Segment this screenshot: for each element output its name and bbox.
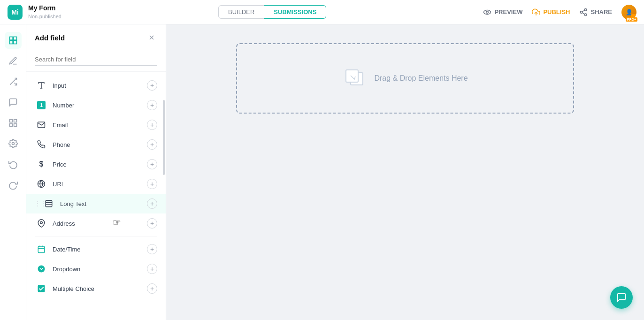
search-input[interactable]: [35, 56, 157, 63]
svg-point-18: [12, 143, 14, 145]
field-item-price[interactable]: $ Price +: [26, 154, 166, 174]
share-action[interactable]: SHARE: [579, 8, 612, 16]
datetime-type-icon: [35, 245, 48, 253]
sidebar-item-layers[interactable]: [5, 32, 22, 49]
add-phone-button[interactable]: +: [147, 139, 157, 150]
field-label-phone: Phone: [53, 141, 147, 148]
pin-icon: [37, 219, 46, 228]
publish-action[interactable]: PUBLISH: [532, 8, 570, 16]
layers-icon: [8, 36, 18, 45]
sidebar-item-settings[interactable]: [5, 135, 22, 152]
close-icon: [148, 34, 155, 41]
number-type-icon: 1: [35, 101, 48, 109]
dropdown-type-icon: [35, 265, 48, 273]
svg-point-29: [40, 221, 43, 224]
sidebar-item-redo[interactable]: [5, 176, 22, 193]
price-type-icon: $: [35, 160, 48, 168]
add-multichoice-button[interactable]: +: [147, 283, 157, 294]
sidebar-item-shuffle[interactable]: [5, 73, 22, 90]
svg-rect-37: [346, 70, 358, 82]
field-item-number[interactable]: 1 Number +: [26, 95, 166, 115]
field-item-dropdown[interactable]: Dropdown +: [26, 259, 166, 279]
calendar-icon: [37, 245, 46, 253]
svg-line-6: [583, 13, 585, 14]
preview-action[interactable]: PREVIEW: [483, 8, 522, 16]
pro-badge: PRO+: [626, 17, 637, 22]
field-label-email: Email: [53, 122, 147, 129]
svg-rect-15: [14, 120, 16, 122]
sidebar-item-chat[interactable]: [5, 94, 22, 111]
topbar: Mi My Form Non-published BUILDER SUBMISS…: [0, 0, 644, 24]
add-dropdown-button[interactable]: +: [147, 264, 157, 274]
svg-point-0: [484, 10, 491, 14]
checkbox-icon: [37, 284, 46, 293]
drag-handle-longtext[interactable]: ⋮⋮: [35, 200, 40, 207]
svg-line-7: [583, 10, 585, 11]
field-item-address[interactable]: Address +: [26, 213, 166, 233]
add-input-button[interactable]: +: [147, 80, 157, 91]
field-label-dropdown: Dropdown: [53, 266, 147, 273]
sidebar-item-undo[interactable]: [5, 156, 22, 173]
search-area: [26, 49, 166, 72]
redo-icon: [8, 180, 18, 190]
tab-submissions[interactable]: SUBMISSIONS: [264, 5, 326, 19]
phone-icon: [37, 140, 46, 149]
field-label-longtext: Long Text: [60, 200, 147, 207]
field-label-url: URL: [53, 181, 147, 188]
preview-label: PREVIEW: [494, 8, 522, 15]
field-label-number: Number: [53, 102, 147, 109]
add-email-button[interactable]: +: [147, 120, 157, 130]
chat-button[interactable]: [610, 286, 633, 309]
svg-rect-35: [38, 285, 45, 292]
add-datetime-button[interactable]: +: [147, 244, 157, 254]
svg-rect-14: [9, 120, 12, 122]
search-underline: [35, 65, 157, 66]
field-item-multichoice[interactable]: Multiple Choice +: [26, 279, 166, 298]
email-type-icon: [35, 121, 48, 129]
input-type-icon: [35, 81, 48, 90]
form-title-area: My Form Non-published: [28, 4, 61, 20]
field-list: Input + 1 Number + Email +: [26, 72, 166, 320]
tab-builder[interactable]: BUILDER: [218, 5, 264, 19]
add-price-button[interactable]: +: [147, 159, 157, 169]
eye-icon: [483, 8, 491, 16]
share-icon: [579, 8, 588, 16]
drop-zone[interactable]: Drag & Drop Elements Here: [236, 43, 574, 114]
field-item-datetime[interactable]: Date/Time +: [26, 239, 166, 259]
svg-rect-8: [9, 37, 13, 40]
close-panel-button[interactable]: [146, 32, 157, 43]
add-address-button[interactable]: +: [147, 218, 157, 229]
email-icon: [37, 121, 46, 129]
svg-point-3: [585, 8, 587, 11]
share-label: SHARE: [590, 8, 612, 15]
field-item-input[interactable]: Input +: [26, 76, 166, 95]
field-item-phone[interactable]: Phone +: [26, 135, 166, 154]
drop-text: Drag & Drop Elements Here: [374, 74, 468, 83]
svg-rect-17: [14, 124, 16, 127]
field-label-price: Price: [53, 161, 147, 168]
panel-title: Add field: [35, 34, 65, 42]
panel-header: Add field: [26, 24, 166, 49]
scrollbar[interactable]: [163, 100, 165, 175]
drop-zone-icon: [342, 66, 367, 91]
field-label-datetime: Date/Time: [53, 246, 147, 253]
field-item-url[interactable]: URL +: [26, 174, 166, 194]
sidebar-item-grid[interactable]: [5, 114, 22, 131]
svg-rect-9: [13, 37, 16, 40]
svg-point-1: [486, 11, 489, 13]
add-field-panel: Add field Input + 1 Numb: [26, 24, 166, 320]
svg-rect-11: [13, 41, 16, 44]
field-item-longtext[interactable]: ⋮⋮ Long Text +: [26, 194, 166, 213]
add-longtext-button[interactable]: +: [147, 198, 157, 209]
grid-icon: [8, 118, 18, 128]
icon-sidebar: [0, 24, 26, 320]
settings-icon: [8, 139, 18, 148]
topbar-actions: PREVIEW PUBLISH SHARE 👤 PRO+: [483, 5, 636, 20]
globe-icon: [37, 180, 46, 188]
add-number-button[interactable]: +: [147, 100, 157, 110]
add-url-button[interactable]: +: [147, 179, 157, 189]
canvas-area: Drag & Drop Elements Here: [166, 24, 644, 320]
sidebar-item-pen[interactable]: [5, 53, 22, 69]
field-item-email[interactable]: Email +: [26, 115, 166, 135]
svg-rect-10: [9, 41, 13, 44]
